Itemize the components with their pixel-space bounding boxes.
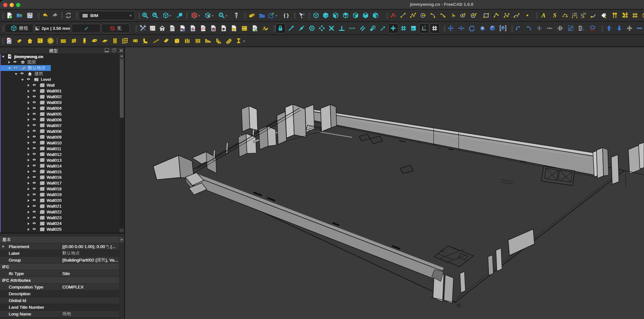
svg-text:A: A xyxy=(541,12,546,19)
svg-text:?: ? xyxy=(303,12,305,17)
svg-text:1.00: 1.00 xyxy=(572,12,577,15)
svg-text:S: S xyxy=(553,12,557,19)
svg-text:A: A xyxy=(262,25,267,31)
svg-text:3: 3 xyxy=(516,15,518,18)
svg-text:{ }: { } xyxy=(284,13,289,18)
svg-text:Y: Y xyxy=(421,29,423,31)
svg-text:</>: </> xyxy=(201,27,206,31)
svg-text:X: X xyxy=(424,25,426,27)
svg-text:1.00: 1.00 xyxy=(580,14,583,19)
